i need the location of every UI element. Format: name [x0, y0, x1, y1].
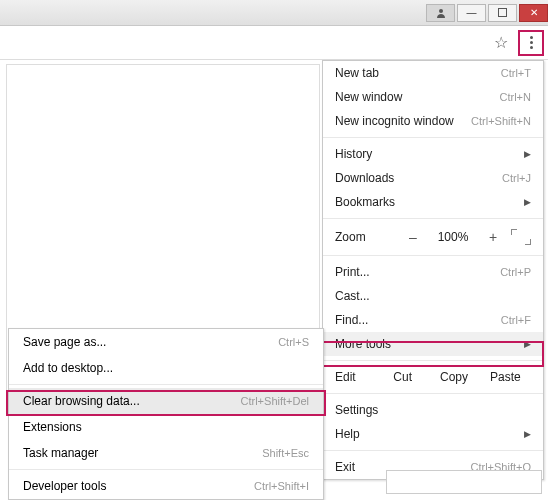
menu-more-tools[interactable]: More tools▶ — [323, 332, 543, 356]
fullscreen-icon[interactable] — [511, 229, 531, 245]
menu-settings[interactable]: Settings — [323, 398, 543, 422]
menu-separator — [323, 450, 543, 451]
chrome-main-menu: New tabCtrl+T New windowCtrl+N New incog… — [322, 60, 544, 480]
close-icon: ✕ — [530, 7, 538, 18]
chevron-right-icon: ▶ — [524, 149, 531, 159]
menu-new-window[interactable]: New windowCtrl+N — [323, 85, 543, 109]
menu-separator — [323, 360, 543, 361]
more-tools-submenu: Save page as...Ctrl+S Add to desktop... … — [8, 328, 324, 500]
submenu-add-desktop[interactable]: Add to desktop... — [9, 355, 323, 381]
menu-bookmarks[interactable]: Bookmarks▶ — [323, 190, 543, 214]
browser-toolbar: ☆ — [0, 26, 548, 60]
minimize-button[interactable]: — — [457, 4, 486, 22]
chevron-right-icon: ▶ — [524, 339, 531, 349]
edit-paste-button[interactable]: Paste — [480, 370, 531, 384]
edit-cut-button[interactable]: Cut — [377, 370, 428, 384]
menu-cast[interactable]: Cast... — [323, 284, 543, 308]
menu-separator — [323, 255, 543, 256]
minimize-icon: — — [467, 7, 477, 18]
menu-help[interactable]: Help▶ — [323, 422, 543, 446]
submenu-separator — [9, 384, 323, 385]
zoom-out-button[interactable]: – — [403, 229, 423, 245]
maximize-button[interactable] — [488, 4, 517, 22]
svg-point-0 — [439, 9, 443, 13]
maximize-icon — [498, 8, 507, 17]
menu-edit-row: Edit Cut Copy Paste — [323, 365, 543, 389]
menu-new-tab[interactable]: New tabCtrl+T — [323, 61, 543, 85]
menu-print[interactable]: Print...Ctrl+P — [323, 260, 543, 284]
submenu-developer-tools[interactable]: Developer toolsCtrl+Shift+I — [9, 473, 323, 499]
menu-separator — [323, 218, 543, 219]
submenu-task-manager[interactable]: Task managerShift+Esc — [9, 440, 323, 466]
user-icon — [436, 8, 446, 18]
menu-history[interactable]: History▶ — [323, 142, 543, 166]
chrome-menu-button[interactable] — [518, 30, 544, 56]
chevron-right-icon: ▶ — [524, 429, 531, 439]
submenu-separator — [9, 469, 323, 470]
bookmark-star-icon[interactable]: ☆ — [488, 33, 514, 52]
submenu-save-page[interactable]: Save page as...Ctrl+S — [9, 329, 323, 355]
svg-rect-1 — [499, 9, 507, 17]
window-titlebar: — ✕ — [0, 0, 548, 26]
zoom-label: Zoom — [335, 230, 395, 244]
menu-separator — [323, 137, 543, 138]
menu-new-incognito[interactable]: New incognito windowCtrl+Shift+N — [323, 109, 543, 133]
zoom-level: 100% — [431, 230, 475, 244]
menu-dots-icon — [530, 36, 533, 49]
edit-label: Edit — [335, 370, 377, 384]
zoom-in-button[interactable]: + — [483, 229, 503, 245]
menu-zoom: Zoom – 100% + — [323, 223, 543, 251]
profile-button[interactable] — [426, 4, 455, 22]
bottom-pane — [386, 470, 542, 494]
submenu-extensions[interactable]: Extensions — [9, 414, 323, 440]
close-button[interactable]: ✕ — [519, 4, 548, 22]
menu-separator — [323, 393, 543, 394]
chevron-right-icon: ▶ — [524, 197, 531, 207]
menu-find[interactable]: Find...Ctrl+F — [323, 308, 543, 332]
edit-copy-button[interactable]: Copy — [428, 370, 479, 384]
submenu-clear-browsing-data[interactable]: Clear browsing data...Ctrl+Shift+Del — [9, 388, 323, 414]
menu-downloads[interactable]: DownloadsCtrl+J — [323, 166, 543, 190]
